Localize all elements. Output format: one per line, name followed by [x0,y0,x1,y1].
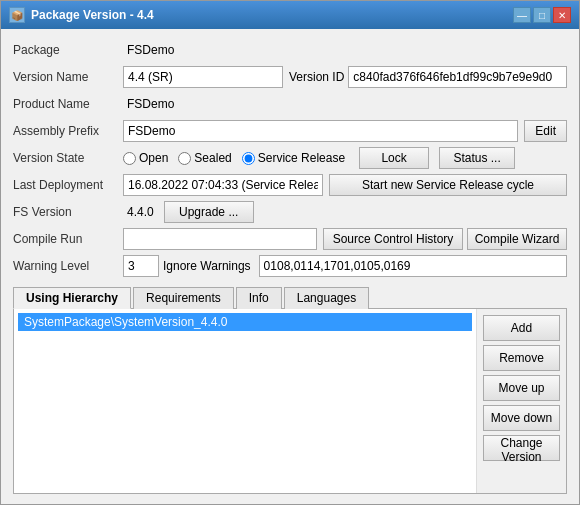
compile-run-label: Compile Run [13,232,123,246]
version-state-label: Version State [13,151,123,165]
move-down-button[interactable]: Move down [483,405,560,431]
main-window: 📦 Package Version - 4.4 — □ ✕ Package FS… [0,0,580,505]
side-buttons: Add Remove Move up Move down Change Vers… [476,309,566,493]
tab-info[interactable]: Info [236,287,282,309]
compile-run-input[interactable] [123,228,317,250]
tab-requirements[interactable]: Requirements [133,287,234,309]
version-name-input[interactable] [123,66,283,88]
upgrade-button[interactable]: Upgrade ... [164,201,254,223]
hierarchy-item[interactable]: SystemPackage\SystemVersion_4.4.0 [18,313,472,331]
state-sealed-label[interactable]: Sealed [178,151,231,165]
last-deployment-input[interactable] [123,174,323,196]
state-open-label[interactable]: Open [123,151,168,165]
compile-run-row: Compile Run Source Control History Compi… [13,228,567,250]
state-open-radio[interactable] [123,152,136,165]
warning-level-row: Warning Level Ignore Warnings [13,255,567,277]
ignore-warnings-input[interactable] [259,255,567,277]
version-state-group: Open Sealed Service Release Lock Status … [123,147,567,169]
titlebar-controls: — □ ✕ [513,7,571,23]
warning-level-input[interactable] [123,255,159,277]
tab-languages[interactable]: Languages [284,287,369,309]
add-button[interactable]: Add [483,315,560,341]
last-deployment-row: Last Deployment Start new Service Releas… [13,174,567,196]
version-id-input[interactable] [348,66,567,88]
fs-version-row: FS Version 4.4.0 Upgrade ... [13,201,567,223]
status-button[interactable]: Status ... [439,147,515,169]
window-title: Package Version - 4.4 [31,8,154,22]
state-open-text: Open [139,151,168,165]
package-value: FSDemo [123,41,178,59]
content-area: Package FSDemo Version Name Version ID P… [1,29,579,504]
assembly-prefix-label: Assembly Prefix [13,124,123,138]
fs-version-value: 4.4.0 [123,203,158,221]
maximize-button[interactable]: □ [533,7,551,23]
start-service-release-button[interactable]: Start new Service Release cycle [329,174,567,196]
source-control-history-button[interactable]: Source Control History [323,228,463,250]
last-deployment-label: Last Deployment [13,178,123,192]
tabs-section: Using Hierarchy Requirements Info Langua… [13,286,567,494]
tab-using-hierarchy[interactable]: Using Hierarchy [13,287,131,309]
version-name-label: Version Name [13,70,123,84]
titlebar: 📦 Package Version - 4.4 — □ ✕ [1,1,579,29]
package-row: Package FSDemo [13,39,567,61]
product-name-row: Product Name FSDemo [13,93,567,115]
assembly-prefix-content: Edit [123,120,567,142]
package-label: Package [13,43,123,57]
move-up-button[interactable]: Move up [483,375,560,401]
assembly-prefix-input[interactable] [123,120,518,142]
version-state-row: Version State Open Sealed Service Releas… [13,147,567,169]
fs-version-label: FS Version [13,205,123,219]
product-name-value: FSDemo [123,95,178,113]
change-version-button[interactable]: Change Version [483,435,560,461]
state-service-release-text: Service Release [258,151,345,165]
close-button[interactable]: ✕ [553,7,571,23]
window-icon: 📦 [9,7,25,23]
titlebar-left: 📦 Package Version - 4.4 [9,7,154,23]
ignore-warnings-label: Ignore Warnings [159,257,255,275]
version-name-row: Version Name Version ID [13,66,567,88]
edit-button[interactable]: Edit [524,120,567,142]
state-sealed-radio[interactable] [178,152,191,165]
product-name-label: Product Name [13,97,123,111]
compile-wizard-button[interactable]: Compile Wizard [467,228,567,250]
hierarchy-list[interactable]: SystemPackage\SystemVersion_4.4.0 [14,309,476,493]
assembly-prefix-row: Assembly Prefix Edit [13,120,567,142]
minimize-button[interactable]: — [513,7,531,23]
tabs-header: Using Hierarchy Requirements Info Langua… [13,286,567,309]
lock-button[interactable]: Lock [359,147,429,169]
state-service-release-label[interactable]: Service Release [242,151,345,165]
state-service-release-radio[interactable] [242,152,255,165]
warning-level-label: Warning Level [13,259,123,273]
remove-button[interactable]: Remove [483,345,560,371]
tabs-content: SystemPackage\SystemVersion_4.4.0 Add Re… [13,309,567,494]
state-sealed-text: Sealed [194,151,231,165]
version-id-label: Version ID [289,70,344,84]
